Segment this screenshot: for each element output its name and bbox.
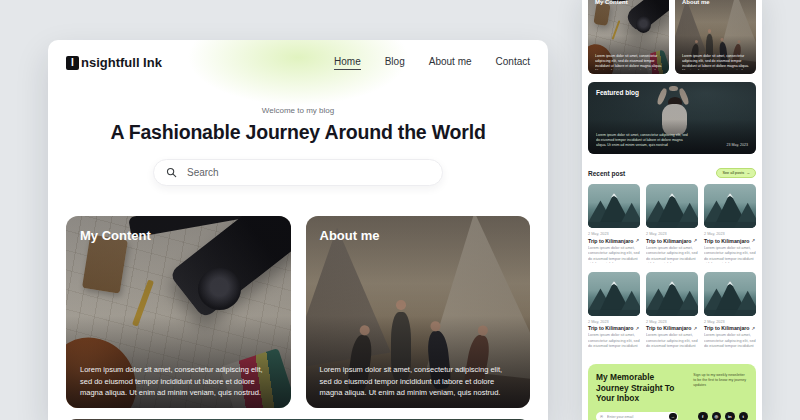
newsletter-panel: My Memorable Journey Straight To Your In…: [588, 364, 756, 420]
my-content-card-mini[interactable]: My Content Lorem ipsum dolor sit amet, c…: [588, 0, 669, 74]
see-all-posts-label: See all posts: [722, 171, 744, 175]
main-nav: Home Blog About me Contact: [334, 56, 530, 70]
social-links: f ◎ in t: [698, 412, 748, 420]
post-date: 2 May, 2023: [704, 232, 756, 236]
blog-page-preview-continued: My Content Lorem ipsum dolor sit amet, c…: [582, 0, 762, 420]
page-title: A Fashionable Journey Around the World: [48, 121, 548, 144]
arrow-right-icon: →: [671, 414, 675, 419]
post-title[interactable]: Trip to Kilimanjaro: [646, 325, 692, 331]
post-title[interactable]: Trip to Kilimanjaro: [588, 325, 634, 331]
design-canvas: I nsightfull Ink Home Blog About me Cont…: [0, 0, 800, 420]
about-me-card-mini[interactable]: About me Lorem ipsum dolor sit amet, con…: [675, 0, 756, 74]
post-title-row: Trip to Kilimanjaro ↗: [588, 325, 640, 331]
kilimanjaro-photo: [646, 272, 698, 316]
post-title-row: Trip to Kilimanjaro ↗: [704, 238, 756, 244]
see-all-posts-button[interactable]: See all posts →: [716, 168, 756, 178]
arrow-up-right-icon: ↗: [752, 238, 756, 243]
post-title[interactable]: Trip to Kilimanjaro: [588, 238, 634, 244]
arrow-up-right-icon: ↗: [694, 238, 698, 243]
recent-post-card[interactable]: 2 May, 2023 Trip to Kilimanjaro ↗ Lorem …: [588, 184, 640, 263]
post-date: 2 May, 2023: [588, 320, 640, 324]
kilimanjaro-photo: [588, 184, 640, 228]
card-title: About me: [320, 228, 380, 243]
featured-blog-body: Lorem ipsum dolor sit amet, consectetur …: [596, 133, 690, 148]
newsletter-title: My Memorable Journey Straight To Your In…: [596, 372, 684, 404]
mountain-shape: [588, 272, 640, 316]
card-body: Lorem ipsum dolor sit amet, consectetur …: [682, 54, 749, 70]
kilimanjaro-photo: [704, 272, 756, 316]
blog-page-preview: I nsightfull Ink Home Blog About me Cont…: [48, 40, 548, 420]
post-date: 2 May, 2023: [704, 320, 756, 324]
envelope-icon: ✉: [600, 415, 603, 419]
featured-blog-card[interactable]: Featured blog Lorem ipsum dolor sit amet…: [588, 82, 756, 154]
brand-logo-icon: I: [66, 56, 79, 70]
post-description: Lorem ipsum dolor sit amet, consectetur …: [588, 246, 640, 263]
brand-logo[interactable]: I nsightfull Ink: [66, 55, 162, 70]
mountain-shape: [646, 184, 698, 228]
post-description: Lorem ipsum dolor sit amet, consectetur …: [704, 333, 756, 350]
kilimanjaro-photo: [646, 184, 698, 228]
post-title-row: Trip to Kilimanjaro ↗: [588, 238, 640, 244]
email-field[interactable]: ✉ →: [596, 412, 678, 420]
instagram-icon[interactable]: ◎: [712, 412, 722, 420]
card-title: My Content: [595, 0, 628, 5]
post-title[interactable]: Trip to Kilimanjaro: [704, 325, 750, 331]
recent-post-heading: Recent post: [588, 170, 625, 177]
nav-item-blog[interactable]: Blog: [385, 56, 405, 69]
linkedin-icon[interactable]: in: [725, 412, 735, 420]
card-body: Lorem ipsum dolor sit amet, consectetur …: [595, 54, 662, 70]
newsletter-description: Sign up to my weekly newsletter to be th…: [693, 373, 748, 404]
mountain-shape: [646, 272, 698, 316]
featured-blog-date: 23 May, 2023: [726, 143, 748, 147]
subscribe-button[interactable]: →: [669, 413, 677, 420]
newsletter-actions: ✉ → f ◎ in t: [596, 412, 748, 420]
recent-post-card[interactable]: 2 May, 2023 Trip to Kilimanjaro ↗ Lorem …: [704, 272, 756, 351]
site-header: I nsightfull Ink Home Blog About me Cont…: [48, 40, 548, 80]
mountain-shape: [704, 272, 756, 316]
email-input[interactable]: [605, 414, 667, 420]
search-input[interactable]: [185, 166, 430, 179]
post-description: Lorem ipsum dolor sit amet, consectetur …: [704, 246, 756, 263]
post-title-row: Trip to Kilimanjaro ↗: [646, 325, 698, 331]
post-title-row: Trip to Kilimanjaro ↗: [704, 325, 756, 331]
post-description: Lorem ipsum dolor sit amet, consectetur …: [646, 246, 698, 263]
nav-item-home[interactable]: Home: [334, 56, 361, 70]
arrow-up-right-icon: ↗: [694, 326, 698, 331]
recent-post-card[interactable]: 2 May, 2023 Trip to Kilimanjaro ↗ Lorem …: [646, 184, 698, 263]
recent-post-card[interactable]: 2 May, 2023 Trip to Kilimanjaro ↗ Lorem …: [588, 272, 640, 351]
hero-cards-row: My Content Lorem ipsum dolor sit amet, c…: [48, 186, 548, 408]
arrow-up-right-icon: ↗: [636, 238, 640, 243]
search-bar[interactable]: [153, 159, 443, 186]
post-description: Lorem ipsum dolor sit amet, consectetur …: [588, 333, 640, 350]
facebook-icon[interactable]: f: [698, 412, 708, 420]
post-date: 2 May, 2023: [588, 232, 640, 236]
post-description: Lorem ipsum dolor sit amet, consectetur …: [646, 333, 698, 350]
arrow-up-right-icon: ↗: [752, 326, 756, 331]
recent-post-header: Recent post See all posts →: [588, 168, 756, 178]
mini-cards-row: My Content Lorem ipsum dolor sit amet, c…: [588, 0, 756, 74]
about-me-card[interactable]: About me Lorem ipsum dolor sit amet, con…: [306, 216, 531, 408]
featured-blog-title: Featured blog: [596, 89, 639, 96]
my-content-card[interactable]: My Content Lorem ipsum dolor sit amet, c…: [66, 216, 291, 408]
arrow-right-icon: →: [746, 171, 750, 175]
hero-eyebrow: Welcome to my blog: [48, 106, 548, 115]
recent-post-card[interactable]: 2 May, 2023 Trip to Kilimanjaro ↗ Lorem …: [704, 184, 756, 263]
kilimanjaro-photo: [588, 272, 640, 316]
nav-item-contact[interactable]: Contact: [496, 56, 530, 69]
mountain-shape: [704, 184, 756, 228]
mountain-shape: [588, 184, 640, 228]
nav-item-about-me[interactable]: About me: [429, 56, 472, 69]
twitter-icon[interactable]: t: [739, 412, 749, 420]
post-date: 2 May, 2023: [646, 320, 698, 324]
brand-name: nsightfull Ink: [81, 55, 162, 70]
recent-post-card[interactable]: 2 May, 2023 Trip to Kilimanjaro ↗ Lorem …: [646, 272, 698, 351]
recent-posts-grid: 2 May, 2023 Trip to Kilimanjaro ↗ Lorem …: [588, 184, 756, 350]
post-title[interactable]: Trip to Kilimanjaro: [704, 238, 750, 244]
arrow-up-right-icon: ↗: [636, 326, 640, 331]
post-title[interactable]: Trip to Kilimanjaro: [646, 238, 692, 244]
card-title: My Content: [80, 228, 151, 243]
newsletter-header: My Memorable Journey Straight To Your In…: [596, 372, 748, 404]
card-body: Lorem ipsum dolor sit amet, consectetur …: [320, 364, 515, 398]
post-title-row: Trip to Kilimanjaro ↗: [646, 238, 698, 244]
card-body: Lorem ipsum dolor sit amet, consectetur …: [80, 364, 275, 398]
